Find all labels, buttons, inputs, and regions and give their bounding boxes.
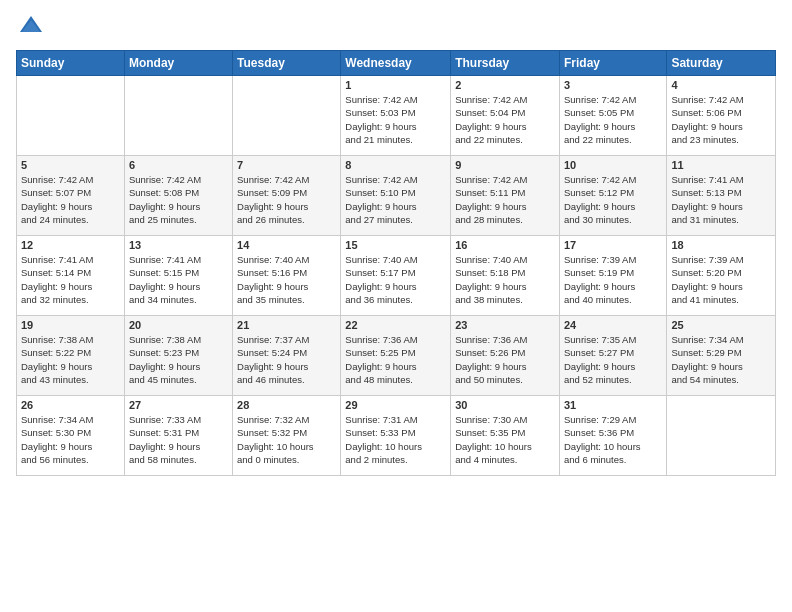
day-cell: 22Sunrise: 7:36 AM Sunset: 5:25 PM Dayli…: [341, 316, 451, 396]
day-cell: 13Sunrise: 7:41 AM Sunset: 5:15 PM Dayli…: [124, 236, 232, 316]
day-cell: 26Sunrise: 7:34 AM Sunset: 5:30 PM Dayli…: [17, 396, 125, 476]
day-info: Sunrise: 7:38 AM Sunset: 5:23 PM Dayligh…: [129, 333, 228, 386]
day-number: 29: [345, 399, 446, 411]
day-cell: [124, 76, 232, 156]
day-info: Sunrise: 7:34 AM Sunset: 5:29 PM Dayligh…: [671, 333, 771, 386]
day-number: 23: [455, 319, 555, 331]
day-info: Sunrise: 7:42 AM Sunset: 5:08 PM Dayligh…: [129, 173, 228, 226]
day-cell: 15Sunrise: 7:40 AM Sunset: 5:17 PM Dayli…: [341, 236, 451, 316]
col-header-thursday: Thursday: [451, 51, 560, 76]
day-cell: 29Sunrise: 7:31 AM Sunset: 5:33 PM Dayli…: [341, 396, 451, 476]
day-cell: 18Sunrise: 7:39 AM Sunset: 5:20 PM Dayli…: [667, 236, 776, 316]
week-row-4: 19Sunrise: 7:38 AM Sunset: 5:22 PM Dayli…: [17, 316, 776, 396]
day-cell: 19Sunrise: 7:38 AM Sunset: 5:22 PM Dayli…: [17, 316, 125, 396]
col-header-tuesday: Tuesday: [233, 51, 341, 76]
day-number: 5: [21, 159, 120, 171]
day-info: Sunrise: 7:40 AM Sunset: 5:17 PM Dayligh…: [345, 253, 446, 306]
day-cell: 28Sunrise: 7:32 AM Sunset: 5:32 PM Dayli…: [233, 396, 341, 476]
day-info: Sunrise: 7:42 AM Sunset: 5:07 PM Dayligh…: [21, 173, 120, 226]
col-header-monday: Monday: [124, 51, 232, 76]
week-row-5: 26Sunrise: 7:34 AM Sunset: 5:30 PM Dayli…: [17, 396, 776, 476]
day-number: 17: [564, 239, 662, 251]
day-number: 3: [564, 79, 662, 91]
day-cell: 1Sunrise: 7:42 AM Sunset: 5:03 PM Daylig…: [341, 76, 451, 156]
day-cell: 6Sunrise: 7:42 AM Sunset: 5:08 PM Daylig…: [124, 156, 232, 236]
day-info: Sunrise: 7:39 AM Sunset: 5:20 PM Dayligh…: [671, 253, 771, 306]
day-info: Sunrise: 7:37 AM Sunset: 5:24 PM Dayligh…: [237, 333, 336, 386]
day-cell: 9Sunrise: 7:42 AM Sunset: 5:11 PM Daylig…: [451, 156, 560, 236]
day-info: Sunrise: 7:42 AM Sunset: 5:06 PM Dayligh…: [671, 93, 771, 146]
day-number: 6: [129, 159, 228, 171]
calendar-table: SundayMondayTuesdayWednesdayThursdayFrid…: [16, 50, 776, 476]
day-info: Sunrise: 7:29 AM Sunset: 5:36 PM Dayligh…: [564, 413, 662, 466]
day-cell: 23Sunrise: 7:36 AM Sunset: 5:26 PM Dayli…: [451, 316, 560, 396]
day-cell: 12Sunrise: 7:41 AM Sunset: 5:14 PM Dayli…: [17, 236, 125, 316]
day-cell: 20Sunrise: 7:38 AM Sunset: 5:23 PM Dayli…: [124, 316, 232, 396]
day-number: 24: [564, 319, 662, 331]
day-cell: 27Sunrise: 7:33 AM Sunset: 5:31 PM Dayli…: [124, 396, 232, 476]
day-info: Sunrise: 7:35 AM Sunset: 5:27 PM Dayligh…: [564, 333, 662, 386]
day-cell: [233, 76, 341, 156]
day-info: Sunrise: 7:42 AM Sunset: 5:11 PM Dayligh…: [455, 173, 555, 226]
calendar-page: SundayMondayTuesdayWednesdayThursdayFrid…: [0, 0, 792, 612]
day-number: 25: [671, 319, 771, 331]
day-info: Sunrise: 7:42 AM Sunset: 5:05 PM Dayligh…: [564, 93, 662, 146]
day-number: 16: [455, 239, 555, 251]
day-info: Sunrise: 7:42 AM Sunset: 5:12 PM Dayligh…: [564, 173, 662, 226]
week-row-2: 5Sunrise: 7:42 AM Sunset: 5:07 PM Daylig…: [17, 156, 776, 236]
day-info: Sunrise: 7:42 AM Sunset: 5:04 PM Dayligh…: [455, 93, 555, 146]
day-number: 15: [345, 239, 446, 251]
day-info: Sunrise: 7:40 AM Sunset: 5:16 PM Dayligh…: [237, 253, 336, 306]
day-info: Sunrise: 7:36 AM Sunset: 5:25 PM Dayligh…: [345, 333, 446, 386]
day-number: 19: [21, 319, 120, 331]
logo: [16, 12, 50, 42]
day-number: 13: [129, 239, 228, 251]
day-info: Sunrise: 7:32 AM Sunset: 5:32 PM Dayligh…: [237, 413, 336, 466]
day-info: Sunrise: 7:39 AM Sunset: 5:19 PM Dayligh…: [564, 253, 662, 306]
day-cell: 30Sunrise: 7:30 AM Sunset: 5:35 PM Dayli…: [451, 396, 560, 476]
day-info: Sunrise: 7:41 AM Sunset: 5:15 PM Dayligh…: [129, 253, 228, 306]
day-cell: 3Sunrise: 7:42 AM Sunset: 5:05 PM Daylig…: [559, 76, 666, 156]
col-header-saturday: Saturday: [667, 51, 776, 76]
day-number: 9: [455, 159, 555, 171]
day-cell: 8Sunrise: 7:42 AM Sunset: 5:10 PM Daylig…: [341, 156, 451, 236]
day-number: 7: [237, 159, 336, 171]
day-info: Sunrise: 7:41 AM Sunset: 5:13 PM Dayligh…: [671, 173, 771, 226]
day-number: 18: [671, 239, 771, 251]
day-info: Sunrise: 7:40 AM Sunset: 5:18 PM Dayligh…: [455, 253, 555, 306]
day-cell: 5Sunrise: 7:42 AM Sunset: 5:07 PM Daylig…: [17, 156, 125, 236]
week-row-1: 1Sunrise: 7:42 AM Sunset: 5:03 PM Daylig…: [17, 76, 776, 156]
logo-icon: [16, 12, 46, 42]
day-info: Sunrise: 7:36 AM Sunset: 5:26 PM Dayligh…: [455, 333, 555, 386]
day-cell: [667, 396, 776, 476]
day-cell: [17, 76, 125, 156]
day-cell: 31Sunrise: 7:29 AM Sunset: 5:36 PM Dayli…: [559, 396, 666, 476]
day-number: 30: [455, 399, 555, 411]
day-number: 12: [21, 239, 120, 251]
col-header-wednesday: Wednesday: [341, 51, 451, 76]
day-info: Sunrise: 7:34 AM Sunset: 5:30 PM Dayligh…: [21, 413, 120, 466]
day-cell: 2Sunrise: 7:42 AM Sunset: 5:04 PM Daylig…: [451, 76, 560, 156]
day-number: 4: [671, 79, 771, 91]
day-number: 14: [237, 239, 336, 251]
day-number: 8: [345, 159, 446, 171]
day-cell: 24Sunrise: 7:35 AM Sunset: 5:27 PM Dayli…: [559, 316, 666, 396]
day-cell: 7Sunrise: 7:42 AM Sunset: 5:09 PM Daylig…: [233, 156, 341, 236]
day-cell: 10Sunrise: 7:42 AM Sunset: 5:12 PM Dayli…: [559, 156, 666, 236]
day-cell: 4Sunrise: 7:42 AM Sunset: 5:06 PM Daylig…: [667, 76, 776, 156]
day-number: 22: [345, 319, 446, 331]
day-info: Sunrise: 7:33 AM Sunset: 5:31 PM Dayligh…: [129, 413, 228, 466]
day-cell: 11Sunrise: 7:41 AM Sunset: 5:13 PM Dayli…: [667, 156, 776, 236]
day-number: 21: [237, 319, 336, 331]
col-header-sunday: Sunday: [17, 51, 125, 76]
day-cell: 14Sunrise: 7:40 AM Sunset: 5:16 PM Dayli…: [233, 236, 341, 316]
day-cell: 25Sunrise: 7:34 AM Sunset: 5:29 PM Dayli…: [667, 316, 776, 396]
day-number: 1: [345, 79, 446, 91]
day-number: 11: [671, 159, 771, 171]
day-number: 31: [564, 399, 662, 411]
day-info: Sunrise: 7:42 AM Sunset: 5:03 PM Dayligh…: [345, 93, 446, 146]
day-number: 2: [455, 79, 555, 91]
day-info: Sunrise: 7:42 AM Sunset: 5:10 PM Dayligh…: [345, 173, 446, 226]
day-info: Sunrise: 7:42 AM Sunset: 5:09 PM Dayligh…: [237, 173, 336, 226]
day-number: 26: [21, 399, 120, 411]
